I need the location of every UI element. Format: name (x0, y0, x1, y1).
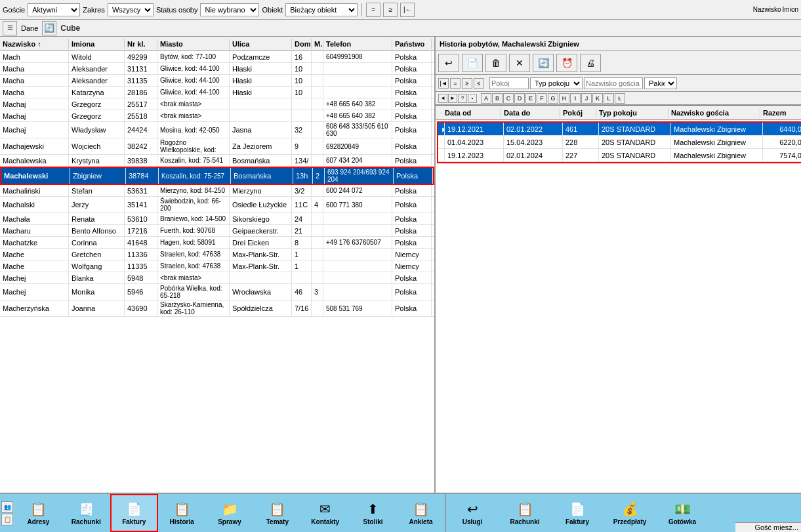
equals-btn[interactable]: = (366, 3, 380, 17)
table-row[interactable]: MachalewskiZbigniew38784Koszalin, kod: 7… (0, 167, 434, 185)
alpha-btn-k[interactable]: K (592, 93, 603, 104)
alpha-btn-i[interactable]: I (570, 93, 581, 104)
col-header-nrkl[interactable]: Nr kl. (125, 39, 157, 49)
table-row[interactable]: MachaAleksander31131Gliwice, kod: 44-100… (0, 63, 434, 75)
col-header-m[interactable]: M. (312, 39, 323, 49)
bottom-tab-ankieta[interactable]: 📋Ankieta (397, 494, 445, 532)
alpha-btn-f[interactable]: F (537, 93, 547, 104)
history-btn[interactable]: ⏰ (556, 54, 577, 72)
cancel-btn[interactable]: ✕ (509, 54, 530, 72)
nazwisko-goscia-input[interactable] (584, 77, 643, 89)
table-cell: <brak miasta> (157, 272, 230, 283)
col-header-miasto[interactable]: Miasto (157, 39, 230, 49)
table-row[interactable]: MachalskiJerzy35141Świebodzin, kod: 66-2… (0, 197, 434, 213)
refresh-icon-btn[interactable]: 🔄 (42, 21, 56, 35)
query-btn[interactable]: ? (458, 94, 467, 103)
col-header-dataod[interactable]: Data od (442, 108, 501, 118)
bottom-tab-kontakty[interactable]: ✉Kontakty (301, 494, 349, 532)
col-header-imiona[interactable]: Imiona (69, 39, 125, 49)
table-cell: Machała (0, 213, 69, 224)
bottom-tab-tematy[interactable]: 📋Tematy (253, 494, 301, 532)
table-row[interactable]: MacherzyńskaJoanna43690Skarżysko-Kamienn… (0, 300, 434, 317)
table-row[interactable]: MachWitold49299Bytów, kod: 77-100Podzamc… (0, 51, 434, 63)
col-header-telefon[interactable]: Telefon (323, 39, 392, 49)
gte-btn[interactable]: ≥ (383, 3, 398, 17)
goscie-select[interactable]: Aktywni Wszyscy Nieaktywni (28, 3, 80, 16)
history-row[interactable]: ►19.12.202102.01.202246120S STANDARDMach… (438, 123, 801, 136)
table-row[interactable]: MachalińskiStefan53631Mierzyno, kod: 84-… (0, 185, 434, 197)
alpha-btn-h[interactable]: H (559, 93, 569, 104)
alpha-btn-d[interactable]: D (514, 93, 525, 104)
lte-btn[interactable]: |← (400, 3, 415, 17)
table-row[interactable]: MachałaRenata53610Braniewo, kod: 14-500S… (0, 213, 434, 225)
table-row[interactable]: MachaKatarzyna28186Gliwice, kod: 44-100H… (0, 87, 434, 98)
table-row[interactable]: MachajWładysław24424Mosina, kod: 42-050J… (0, 122, 434, 138)
alpha-btn-ł[interactable]: Ł (615, 93, 625, 104)
col-header-datado[interactable]: Data do (501, 108, 560, 118)
nav-first-btn[interactable]: |◄ (438, 78, 449, 89)
bottom-nav-list-btn[interactable]: 👥 (1, 501, 13, 513)
alpha-btn-e[interactable]: E (525, 93, 536, 104)
delete-btn[interactable]: 🗑 (485, 54, 506, 72)
table-row[interactable]: MachaAleksander31135Gliwice, kod: 44-100… (0, 75, 434, 87)
col-header-razem[interactable]: Razem (760, 108, 801, 118)
typ-pokoju-select[interactable]: Typ pokoju (530, 77, 583, 89)
zakres-select[interactable]: Wszyscy Aktywni (108, 3, 154, 16)
right-bottom-tab-uslugi[interactable]: ↩Usługi (446, 494, 499, 532)
pokoj-filter-input[interactable] (489, 77, 529, 89)
alpha-btn-a[interactable]: A (481, 93, 491, 104)
table-row[interactable]: MachajGrzegorz25517<brak miasta>+48 665 … (0, 98, 434, 110)
right-bottom-tab-gotowka[interactable]: 💵Gotówka (656, 494, 709, 532)
table-row[interactable]: MachajGrzegorz25518<brak miasta>+48 665 … (0, 110, 434, 122)
history-row[interactable]: 01.04.202315.04.202322820S STANDARDMacha… (438, 136, 801, 149)
table-row[interactable]: MachejBlanka5948<brak miasta>Polska (0, 272, 434, 284)
right-bottom-tab-rachunki[interactable]: 📋Rachunki (499, 494, 551, 532)
print-btn[interactable]: 🖨 (580, 54, 601, 72)
new-doc-btn[interactable]: 📄 (462, 54, 483, 72)
bottom-tab-stoliki[interactable]: ⬆Stoliki (349, 494, 397, 532)
bottom-tab-sprawy[interactable]: 📁Sprawy (206, 494, 254, 532)
col-header-typopokoju[interactable]: Typ pokoju (596, 108, 668, 118)
right-bottom-tab-przedplaty[interactable]: 💰Przedpłaty (604, 494, 656, 532)
refresh-btn[interactable]: 🔄 (533, 54, 554, 72)
alpha-btn-j[interactable]: J (581, 93, 592, 104)
col-header-nazwisko[interactable]: Nazwisko ↑ (0, 39, 69, 49)
col-header-nazwisko-goscia[interactable]: Nazwisko gościa (668, 108, 760, 118)
table-row[interactable]: MachalewskaKrystyna39838Koszalin, kod: 7… (0, 155, 434, 167)
col-header-ulica[interactable]: Ulica (230, 39, 292, 49)
nav-lte-btn[interactable]: ≤ (474, 78, 484, 89)
bottom-nav-list2-btn[interactable]: 📋 (1, 514, 13, 525)
right-bottom-tab-faktury[interactable]: 📄Faktury (551, 494, 604, 532)
obiekt-select[interactable]: Bieżący obiekt (285, 3, 358, 16)
table-row[interactable]: MachatzkeCorinna41648Hagen, kod: 58091Dr… (0, 237, 434, 249)
col-header-panstwo[interactable]: Państwo (392, 39, 432, 49)
checkin-btn[interactable]: ↩ (438, 54, 459, 72)
right-toolbar-buttons: Nazwisko Imion (753, 6, 798, 13)
bottom-tab-faktury[interactable]: 📄Faktury (110, 494, 158, 532)
menu-icon-btn[interactable]: ☰ (3, 21, 17, 35)
bottom-tab-adresy[interactable]: 📋Adresy (14, 494, 62, 532)
alpha-btn-g[interactable]: G (548, 93, 558, 104)
nav-prev-btn[interactable]: ◄ (438, 94, 447, 103)
alpha-btn-b[interactable]: B (492, 93, 503, 104)
dot-btn[interactable]: • (468, 94, 477, 103)
nav-next-btn[interactable]: ► (448, 94, 457, 103)
history-row[interactable]: 19.12.202302.01.202422720S STANDARDMacha… (438, 149, 801, 162)
table-row[interactable]: MacheWolfgang11335Straelen, kod: 47638Ma… (0, 260, 434, 272)
table-cell: 24 (292, 213, 312, 224)
pakiet-select[interactable]: Pakiet (644, 77, 677, 89)
table-row[interactable]: MachajewskiWojciech38242Rogoźno Wielkopo… (0, 138, 434, 155)
status-select[interactable]: Nie wybrano (200, 3, 259, 16)
table-row[interactable]: MacharuBento Alfonso17216Fuerth, kod: 90… (0, 225, 434, 237)
alpha-btn-c[interactable]: C (503, 93, 514, 104)
col-header-pokoj[interactable]: Pokój (560, 108, 596, 118)
nav-eq-btn[interactable]: = (450, 78, 461, 89)
table-row[interactable]: MacheGretchen11336Straelen, kod: 47638Ma… (0, 249, 434, 260)
nav-gte-btn[interactable]: ≥ (462, 78, 472, 89)
col-header-dom[interactable]: Dom (292, 39, 312, 49)
alpha-btn-l[interactable]: L (604, 93, 614, 104)
bottom-tab-rachunki[interactable]: 🧾Rachunki (62, 494, 110, 532)
table-cell: Osiedle Łużyckie (230, 197, 292, 213)
table-row[interactable]: MachejMonika5946Pobórka Wielka, kod: 65-… (0, 284, 434, 300)
bottom-tab-historia[interactable]: 📋Historia (158, 494, 206, 532)
